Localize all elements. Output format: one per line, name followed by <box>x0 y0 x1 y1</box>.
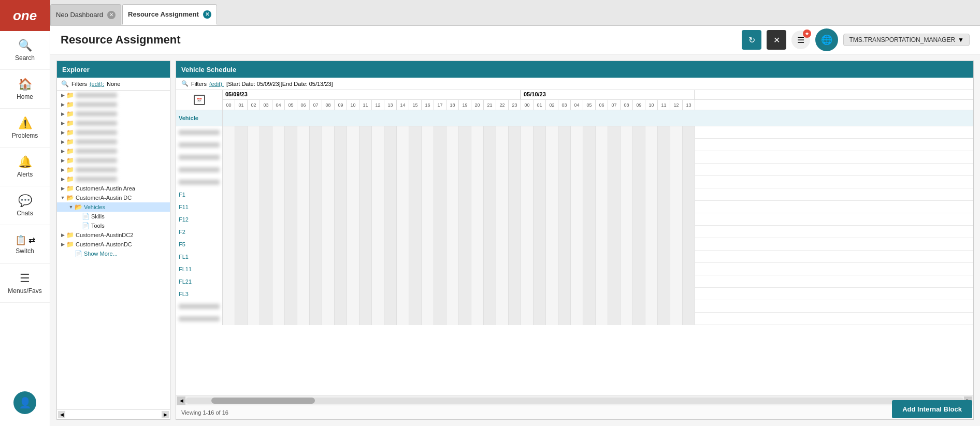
time-cell-v16-h18[interactable] <box>446 313 459 325</box>
time-cell-f11-h32[interactable] <box>621 201 633 213</box>
time-cell-v3-h4[interactable] <box>272 151 285 164</box>
time-cell-fl11-h26[interactable] <box>546 263 558 275</box>
time-cell-v3-h23[interactable] <box>509 151 521 164</box>
time-cell-f12-h37[interactable] <box>683 213 695 226</box>
time-cell-v4-h22[interactable] <box>496 164 509 176</box>
time-cell-v16-h32[interactable] <box>621 313 633 325</box>
time-cell-fl21-h31[interactable] <box>608 275 621 288</box>
time-cell-fl1-h13[interactable] <box>384 251 397 263</box>
time-cell-v15-h30[interactable] <box>596 300 608 313</box>
time-cell-v4-h9[interactable] <box>335 164 347 176</box>
time-cell-fl21-h4[interactable] <box>272 275 285 288</box>
time-cell-v16-h13[interactable] <box>384 313 397 325</box>
time-cell-f11-h34[interactable] <box>645 201 658 213</box>
time-cell-v3-h28[interactable] <box>571 151 583 164</box>
time-cell-fl1-h16[interactable] <box>422 251 434 263</box>
time-cell-v16-h29[interactable] <box>583 313 596 325</box>
time-cell-v4-h8[interactable] <box>322 164 335 176</box>
time-cell-v4-h18[interactable] <box>446 164 459 176</box>
time-cell-v15-h26[interactable] <box>546 300 558 313</box>
sidebar-item-search[interactable]: 🔍 Search <box>0 31 50 70</box>
time-cell-v15-h7[interactable] <box>310 300 322 313</box>
time-cell-f5-h13[interactable] <box>384 238 397 251</box>
time-cell-v15-h10[interactable] <box>347 300 359 313</box>
vehicle-label-f5[interactable]: F5 <box>176 238 223 251</box>
time-cell-v15-h0[interactable] <box>223 300 235 313</box>
time-cell-fl11-h19[interactable] <box>459 263 471 275</box>
time-cell-v16-h12[interactable] <box>372 313 384 325</box>
time-cell-v16-h8[interactable] <box>322 313 335 325</box>
time-cell-v15-h27[interactable] <box>558 300 571 313</box>
time-cell-v3-h1[interactable] <box>235 151 248 164</box>
time-cell-v15-h24[interactable] <box>521 300 534 313</box>
vehicle-label-fl11[interactable]: FL11 <box>176 263 223 275</box>
time-cell-v15-h22[interactable] <box>496 300 509 313</box>
vehicle-label-v16[interactable] <box>176 313 223 325</box>
time-cell-v2-h9[interactable] <box>335 139 347 151</box>
time-cell-f12-h36[interactable] <box>670 213 683 226</box>
time-cell-f5-h3[interactable] <box>260 238 272 251</box>
time-cell-f11-h6[interactable] <box>297 201 310 213</box>
time-cell-f12-h32[interactable] <box>621 213 633 226</box>
time-cell-v16-h25[interactable] <box>534 313 546 325</box>
time-cell-v5-h32[interactable] <box>621 176 633 188</box>
time-cell-fl3-h21[interactable] <box>484 288 496 300</box>
time-cell-fl21-h23[interactable] <box>509 275 521 288</box>
time-cell-f1-h35[interactable] <box>658 188 670 201</box>
time-cell-f1-h4[interactable] <box>272 188 285 201</box>
time-cell-v1-h20[interactable] <box>471 126 484 139</box>
time-cell-f12-h35[interactable] <box>658 213 670 226</box>
time-cell-f5-h1[interactable] <box>235 238 248 251</box>
time-cell-f5-h18[interactable] <box>446 238 459 251</box>
time-cell-fl1-h0[interactable] <box>223 251 235 263</box>
time-cell-v4-h31[interactable] <box>608 164 621 176</box>
time-cell-fl1-h18[interactable] <box>446 251 459 263</box>
time-cell-f11-h35[interactable] <box>658 201 670 213</box>
time-cell-f2-h16[interactable] <box>422 226 434 238</box>
time-cell-v15-h36[interactable] <box>670 300 683 313</box>
explorer-scroll-left[interactable]: ◀ <box>58 411 65 418</box>
time-cell-v2-h18[interactable] <box>446 139 459 151</box>
time-cell-v16-h34[interactable] <box>645 313 658 325</box>
sidebar-item-switch[interactable]: 📋 ⇄ Switch <box>0 225 50 264</box>
time-cell-v4-h17[interactable] <box>434 164 446 176</box>
time-cell-v15-h23[interactable] <box>509 300 521 313</box>
time-cell-fl21-h12[interactable] <box>372 275 384 288</box>
time-cell-f1-h6[interactable] <box>297 188 310 201</box>
time-cell-fl3-h15[interactable] <box>409 288 422 300</box>
time-cell-fl3-h29[interactable] <box>583 288 596 300</box>
time-cell-v3-h5[interactable] <box>285 151 297 164</box>
time-cell-v3-h15[interactable] <box>409 151 422 164</box>
time-cell-v3-h27[interactable] <box>558 151 571 164</box>
time-cell-f2-h26[interactable] <box>546 226 558 238</box>
time-cell-v2-h35[interactable] <box>658 139 670 151</box>
time-cell-f1-h20[interactable] <box>471 188 484 201</box>
time-cell-v15-h9[interactable] <box>335 300 347 313</box>
time-cell-fl11-h14[interactable] <box>397 263 409 275</box>
tree-item-blurred-1[interactable]: ▶ 📁 <box>57 91 170 100</box>
time-cell-v3-h29[interactable] <box>583 151 596 164</box>
time-cell-v3-h25[interactable] <box>534 151 546 164</box>
time-cell-v2-h3[interactable] <box>260 139 272 151</box>
time-cell-f12-h19[interactable] <box>459 213 471 226</box>
time-cell-v15-h19[interactable] <box>459 300 471 313</box>
time-cell-v1-h8[interactable] <box>322 126 335 139</box>
time-cell-v4-h2[interactable] <box>248 164 260 176</box>
time-cell-v5-h22[interactable] <box>496 176 509 188</box>
time-cell-v5-h16[interactable] <box>422 176 434 188</box>
time-cell-v4-h12[interactable] <box>372 164 384 176</box>
time-cell-v3-h12[interactable] <box>372 151 384 164</box>
tree-item-blurred-6[interactable]: ▶ 📁 <box>57 137 170 146</box>
time-cell-v5-h7[interactable] <box>310 176 322 188</box>
time-cell-f12-h33[interactable] <box>633 213 645 226</box>
time-cell-v5-h5[interactable] <box>285 176 297 188</box>
time-cell-v15-h1[interactable] <box>235 300 248 313</box>
time-cell-v16-h4[interactable] <box>272 313 285 325</box>
time-cell-fl11-h30[interactable] <box>596 263 608 275</box>
time-cell-f11-h2[interactable] <box>248 201 260 213</box>
time-cell-f2-h35[interactable] <box>658 226 670 238</box>
tree-item-austindc2[interactable]: ▶ 📁 CustomerA-AustinDC2 <box>57 230 170 240</box>
time-cell-v3-h6[interactable] <box>297 151 310 164</box>
tree-item-austondc[interactable]: ▶ 📁 CustomerA-AustonDC <box>57 240 170 249</box>
time-cell-v4-h13[interactable] <box>384 164 397 176</box>
